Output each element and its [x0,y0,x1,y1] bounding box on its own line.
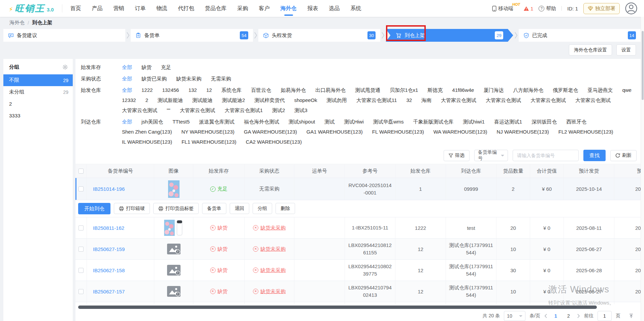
filter-option[interactable]: 百世云仓 [251,85,271,95]
filter-option[interactable]: 亚马逊燕文 [587,85,613,95]
filter-option[interactable]: 斯德克 [427,85,443,95]
page-size-select[interactable]: 10 [504,311,525,321]
filter-option[interactable]: 测试新能迪 [158,95,183,105]
stock-order-id-link[interactable]: IB250811-162 [87,217,154,238]
stock-order-id-link[interactable]: IB250627-157 [87,281,154,302]
search-input[interactable] [517,153,574,158]
filter-option[interactable]: NJ WAREHOUSE(123) [496,127,549,137]
delete-button[interactable]: 删除 [276,203,295,214]
product-thumbnail-sleeve[interactable] [176,220,183,236]
gear-icon[interactable] [63,65,68,70]
nav-menu-item[interactable]: 产品 [92,0,103,17]
horizontal-scrollbar-thumb[interactable] [78,306,597,309]
step-stock-order[interactable]: 备货单 54 [131,29,253,42]
filter-option[interactable]: 如易海外仓 [281,85,306,95]
filter-option[interactable]: 测试梓奕货代 [254,95,285,105]
prev-page-button[interactable] [544,314,547,318]
stock-order-button[interactable]: 备货单 [202,203,226,214]
filter-option[interactable]: 测试3 [294,105,307,115]
filter-option[interactable]: 千象新版测试仓库 [413,117,454,127]
filter-option[interactable]: 测试华磊wms [373,117,404,127]
page-number-2[interactable]: 2 [564,313,573,319]
filter-option[interactable]: shopeeOk [294,95,317,105]
filter-option[interactable]: 测试hiwi1 [463,117,485,127]
nav-menu-item[interactable]: 选品 [329,0,340,17]
filter-option[interactable]: jsh美国仓 [141,117,163,127]
nav-menu-item[interactable]: 首页 [70,0,81,17]
purchase-status-link[interactable]: ✕缺货未采购 [253,267,286,274]
image-placeholder-icon[interactable] [167,265,181,276]
filter-option[interactable]: FL WAREHOUSE(123) [372,127,424,137]
back-to-top-button[interactable] [626,311,636,321]
filter-option[interactable]: 132 [188,85,197,95]
select-all-checkbox[interactable] [78,169,84,174]
filter-option[interactable]: FL1 WAREHOUSE(123) [182,137,236,147]
stock-order-id-link[interactable]: IB251014-196 [87,178,154,200]
filter-option[interactable]: 大管家云仓测试 [486,95,521,105]
filter-option[interactable]: 测试Hiwi [344,117,363,127]
nav-menu-item[interactable]: 海外仓 [281,0,297,17]
filter-option[interactable]: NY WAREHOUSE(123) [181,127,234,137]
sidebar-item-2[interactable]: 2 [3,98,73,110]
stock-order-id-link[interactable]: IB250614-155 [87,302,154,304]
filter-option[interactable]: 41f86w4e [452,85,474,95]
filter-option[interactable]: 测试甩货通 [355,85,380,95]
filter-option[interactable]: CA2 WAREHOUSE(123) [246,137,302,147]
filter-option[interactable]: 测试能迪 [192,95,213,105]
nav-menu-item[interactable]: 报表 [308,0,318,17]
nav-menu-item[interactable]: 系统 [351,0,361,17]
filter-option[interactable]: 无需采购 [211,74,231,84]
filter-option[interactable]: 2 [146,95,148,105]
purchase-status-link[interactable]: ✕缺货未采购 [253,246,286,252]
filter-option[interactable]: 八方邮海外仓 [513,85,543,95]
nav-menu-item[interactable]: 订单 [135,0,146,17]
standalone-deploy-button[interactable]: 独立部署 [583,3,620,14]
product-thumbnail-flower[interactable] [168,180,180,198]
nav-menu-item[interactable]: 采购 [237,0,248,17]
print-box-mark-button[interactable]: 打印箱唛 [114,203,150,214]
filter-option[interactable]: 测试2 [272,105,285,115]
filter-option[interactable]: 测试能迪2 [222,95,245,105]
row-checkbox[interactable] [78,268,84,273]
nav-menu-item[interactable]: 客户 [259,0,270,17]
filter-option[interactable]: 大管家云仓测试11 [356,95,397,105]
image-placeholder-icon[interactable] [167,286,181,297]
sidebar-item-3333[interactable]: 3333 [3,110,73,121]
filter-option[interactable]: Shen Zhen Cang(123) [122,127,172,137]
page-number-1[interactable]: 1 [551,313,560,319]
filter-option[interactable]: GA1 WAREHOUSE(123) [307,127,363,137]
nav-menu-item[interactable]: 代打包 [178,0,194,17]
settings-button[interactable]: 设置 [616,44,636,56]
filter-option[interactable]: 32 [406,95,412,105]
search-type-select[interactable]: 备货单编号 [474,150,508,161]
stock-order-id-link[interactable]: IB250627-159 [87,239,154,259]
filter-option[interactable]: 深圳坂田仓 [532,117,557,127]
sidebar-item-unlimited[interactable]: 不限 29 [3,74,73,86]
stock-order-id-link[interactable]: IB250627-158 [87,260,154,281]
filter-option[interactable]: 全部 [122,117,132,127]
nav-menu-item[interactable]: 物流 [157,0,167,17]
step-first-leg-shipping[interactable]: 头程发货 30 [258,29,380,42]
filter-option[interactable]: FL2 WAREHOUSE(123) [558,127,613,137]
filter-option[interactable]: "" [167,105,170,115]
filter-option[interactable]: 出口易海外仓 [315,85,346,95]
filter-option[interactable]: IL WAREHOUSE(123) [122,137,172,147]
filter-button[interactable]: 筛选 [444,150,470,161]
filter-option[interactable]: 测试 [324,117,334,127]
mobile-app-link[interactable]: 移动端 HOT [492,5,515,12]
user-avatar[interactable] [625,2,637,14]
filter-option[interactable]: 喜运达测试1 [494,117,522,127]
purchase-status-link[interactable]: ✕缺货未采购 [253,225,286,231]
filter-option[interactable]: 缺货已采购 [141,74,167,84]
nav-menu-item[interactable]: 营销 [114,0,124,17]
filter-option[interactable]: 福仓海外仓测试 [244,117,279,127]
filter-option[interactable]: 大管家云仓测试 [180,105,215,115]
step-stock-suggestion[interactable]: 备货建议 [3,29,125,42]
filter-option[interactable]: 12 [206,85,212,95]
image-placeholder-icon[interactable] [167,244,181,254]
goto-page-input[interactable] [598,311,612,321]
sidebar-item-ungrouped[interactable]: 未分组 29 [3,86,73,98]
filter-option[interactable]: 缺货 [141,62,152,72]
app-logo[interactable]: ⚡ 旺销王 3.0 [9,2,54,14]
help-link[interactable]: ? 帮助 [539,5,556,12]
